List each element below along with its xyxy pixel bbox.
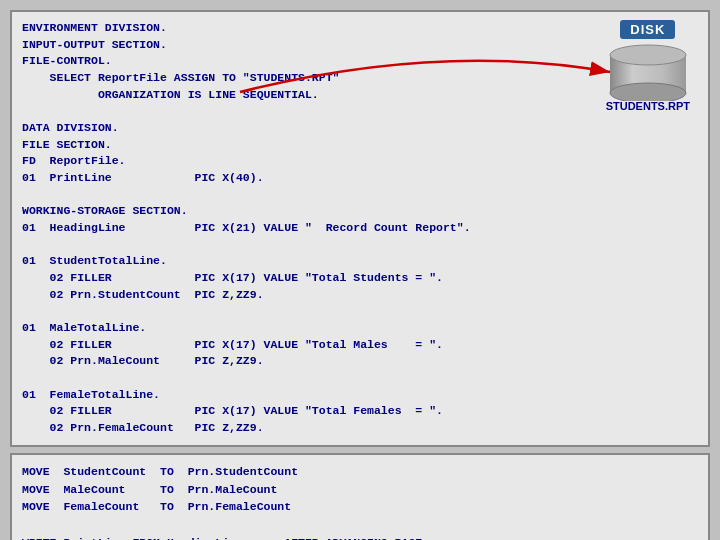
disk-label: DISK [620, 20, 675, 39]
disk-shape [608, 41, 688, 96]
disk-filename: STUDENTS.RPT [606, 100, 690, 112]
top-code-block: ENVIRONMENT DIVISION. INPUT-OUTPUT SECTI… [22, 20, 698, 437]
svg-point-2 [610, 45, 686, 65]
main-container: ENVIRONMENT DIVISION. INPUT-OUTPUT SECTI… [0, 0, 720, 540]
svg-point-1 [610, 83, 686, 101]
disk-container: DISK [606, 20, 690, 112]
bottom-panel: MOVE StudentCount TO Prn.StudentCount MO… [10, 453, 710, 540]
disk-svg [608, 41, 688, 101]
top-panel: ENVIRONMENT DIVISION. INPUT-OUTPUT SECTI… [10, 10, 710, 447]
bottom-code-block: MOVE StudentCount TO Prn.StudentCount MO… [22, 463, 698, 540]
